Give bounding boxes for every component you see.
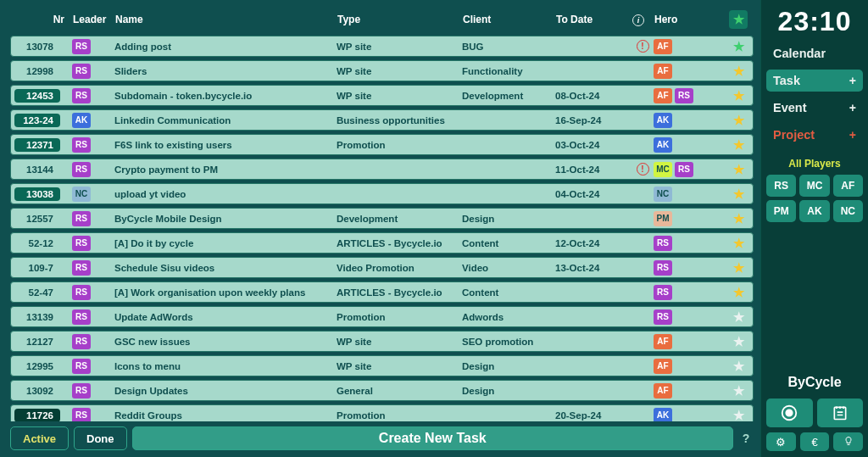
nav-event[interactable]: Event+ xyxy=(766,97,863,119)
leader-badge[interactable]: RS xyxy=(72,309,91,325)
cycles-icon[interactable] xyxy=(766,398,813,427)
player-NC[interactable]: NC xyxy=(833,200,863,222)
table-row[interactable]: 12127RSGSC new issuesWP siteSEO promotio… xyxy=(10,331,754,352)
task-nr[interactable]: 12453 xyxy=(14,89,60,103)
task-nr[interactable]: 13092 xyxy=(14,384,60,398)
task-nr[interactable]: 11726 xyxy=(14,409,60,422)
filter-done-button[interactable]: Done xyxy=(74,426,127,450)
star-icon[interactable]: ★ xyxy=(733,88,744,103)
help-button[interactable]: ? xyxy=(738,426,754,450)
leader-badge[interactable]: RS xyxy=(72,39,91,54)
table-row[interactable]: 12453RSSubdomain - token.bycycle.ioWP si… xyxy=(10,85,754,106)
leader-badge[interactable]: RS xyxy=(72,236,91,251)
table-row[interactable]: 109-7RSSchedule Sisu videosVideo Promoti… xyxy=(10,257,754,278)
hero-badge[interactable]: AF xyxy=(654,39,672,54)
task-nr[interactable]: 12371 xyxy=(14,138,60,152)
hero-badge[interactable]: AK xyxy=(654,137,672,153)
task-nr[interactable]: 12995 xyxy=(14,359,60,373)
star-icon[interactable]: ★ xyxy=(733,408,744,422)
task-nr[interactable]: 123-24 xyxy=(14,114,60,127)
star-icon[interactable]: ★ xyxy=(733,334,744,349)
star-icon[interactable]: ★ xyxy=(733,64,744,79)
plus-icon[interactable]: + xyxy=(849,128,856,142)
hero-badge[interactable]: AK xyxy=(654,113,672,128)
leader-badge[interactable]: RS xyxy=(72,64,91,79)
nav-calendar[interactable]: Calendar xyxy=(766,42,863,64)
star-icon[interactable]: ★ xyxy=(733,383,744,398)
leader-badge[interactable]: RS xyxy=(72,383,91,398)
hero-badge[interactable]: RS xyxy=(675,162,693,177)
hero-badge[interactable]: AF xyxy=(654,383,672,398)
player-MC[interactable]: MC xyxy=(799,175,829,197)
hero-badge[interactable]: RS xyxy=(654,285,672,300)
col-client[interactable]: Client xyxy=(463,14,556,25)
table-row[interactable]: 52-12RS[A] Do it by cycleARTICLES - Bycy… xyxy=(10,232,754,254)
hero-badge[interactable]: MC xyxy=(654,162,672,177)
leader-badge[interactable]: RS xyxy=(72,162,91,177)
leader-badge[interactable]: AK xyxy=(72,113,91,128)
col-nr[interactable]: Nr xyxy=(15,14,73,25)
star-icon[interactable]: ★ xyxy=(733,39,744,54)
table-row[interactable]: 12998RSSlidersWP siteFunctionalityAF★ xyxy=(10,60,754,81)
task-nr[interactable]: 13038 xyxy=(14,187,60,201)
player-AF[interactable]: AF xyxy=(833,175,863,197)
leader-badge[interactable]: NC xyxy=(72,187,91,202)
hero-badge[interactable]: NC xyxy=(654,187,672,202)
hero-badge[interactable]: RS xyxy=(654,236,672,251)
hero-badge[interactable]: RS xyxy=(675,88,693,103)
player-AK[interactable]: AK xyxy=(799,200,829,222)
notes-icon[interactable] xyxy=(817,398,864,427)
task-nr[interactable]: 12557 xyxy=(14,212,60,226)
leader-badge[interactable]: RS xyxy=(72,260,91,276)
star-icon[interactable]: ★ xyxy=(733,187,744,202)
star-icon[interactable]: ★ xyxy=(733,162,744,177)
col-info[interactable]: i xyxy=(632,14,654,26)
hero-badge[interactable]: AF xyxy=(654,88,672,103)
star-icon[interactable]: ★ xyxy=(733,285,744,300)
table-row[interactable]: 13139RSUpdate AdWordsPromotionAdwordsRS★ xyxy=(10,306,754,327)
nav-task[interactable]: Task+ xyxy=(766,70,863,92)
table-row[interactable]: 52-47RS[A] Work organisation upon weekly… xyxy=(10,281,754,303)
col-leader[interactable]: Leader xyxy=(73,14,115,25)
star-icon[interactable]: ★ xyxy=(733,359,744,374)
table-row[interactable]: 12557RSByCycle Mobile DesignDevelopmentD… xyxy=(10,208,754,229)
table-row[interactable]: 13038NCupload yt video04-Oct-24NC★ xyxy=(10,183,754,204)
nav-project[interactable]: Project+ xyxy=(766,124,863,146)
plus-icon[interactable]: + xyxy=(849,74,856,87)
col-star[interactable]: ★ xyxy=(729,10,748,29)
table-row[interactable]: 12995RSIcons to menuWP siteDesignAF★ xyxy=(10,355,754,376)
hero-badge[interactable]: RS xyxy=(654,309,672,325)
task-nr[interactable]: 12127 xyxy=(14,335,60,348)
leader-badge[interactable]: RS xyxy=(72,408,91,422)
player-PM[interactable]: PM xyxy=(766,200,796,222)
col-name[interactable]: Name xyxy=(115,14,337,25)
star-icon[interactable]: ★ xyxy=(733,113,744,128)
leader-badge[interactable]: RS xyxy=(72,359,91,374)
task-nr[interactable]: 13078 xyxy=(14,40,60,53)
hero-badge[interactable]: PM xyxy=(654,211,672,226)
leader-badge[interactable]: RS xyxy=(72,137,91,153)
col-hero[interactable]: Hero xyxy=(654,14,729,25)
star-icon[interactable]: ★ xyxy=(733,260,744,276)
leader-badge[interactable]: RS xyxy=(72,211,91,226)
hero-badge[interactable]: AF xyxy=(654,334,672,349)
table-row[interactable]: 12371RSF6S link to existing usersPromoti… xyxy=(10,134,754,155)
star-icon[interactable]: ★ xyxy=(733,137,744,153)
filter-active-button[interactable]: Active xyxy=(10,426,69,450)
currency-button[interactable]: € xyxy=(800,432,830,451)
task-nr[interactable]: 52-47 xyxy=(14,286,60,299)
table-row[interactable]: 13144RSCrypto payment to PM11-Oct-24!MCR… xyxy=(10,159,754,180)
leader-badge[interactable]: RS xyxy=(72,334,91,349)
hero-badge[interactable]: AK xyxy=(654,408,672,422)
hero-badge[interactable]: AF xyxy=(654,64,672,79)
settings-button[interactable]: ⚙ xyxy=(766,432,796,451)
task-nr[interactable]: 13139 xyxy=(14,310,60,324)
table-row[interactable]: 13092RSDesign UpdatesGeneralDesignAF★ xyxy=(10,380,754,401)
player-RS[interactable]: RS xyxy=(766,175,796,197)
col-to-date[interactable]: To Date xyxy=(556,14,632,25)
table-row[interactable]: 13078RSAdding postWP siteBUG!AF★ xyxy=(10,36,754,57)
star-icon[interactable]: ★ xyxy=(733,211,744,226)
leader-badge[interactable]: RS xyxy=(72,88,91,103)
hero-badge[interactable]: AF xyxy=(654,359,672,374)
task-nr[interactable]: 109-7 xyxy=(14,261,60,275)
